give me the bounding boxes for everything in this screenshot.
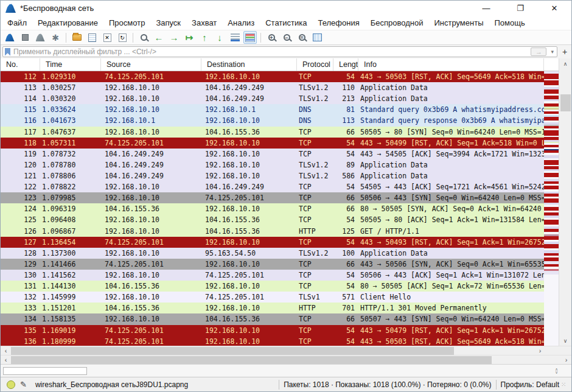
packet-row[interactable]: 1211.078806104.16.249.249192.168.10.10TL… bbox=[1, 170, 544, 181]
packet-row[interactable]: 1351.16901974.125.205.101192.168.10.10TC… bbox=[1, 325, 544, 336]
packet-row[interactable]: 1331.151201104.16.155.36192.168.10.10HTT… bbox=[1, 303, 544, 313]
display-filter-input[interactable] bbox=[13, 47, 528, 56]
horizontal-scroll-track[interactable] bbox=[11, 346, 535, 355]
packet-row[interactable]: 1131.030257192.168.10.10104.16.249.249TL… bbox=[1, 82, 544, 93]
start-capture-button[interactable] bbox=[3, 31, 16, 44]
restart-capture-button[interactable] bbox=[33, 31, 47, 44]
menu-item-10[interactable]: Помощь bbox=[489, 17, 531, 29]
packet-cell-no: 123 bbox=[1, 192, 40, 203]
packet-row[interactable]: 1251.096408192.168.10.10104.16.155.36TCP… bbox=[1, 214, 544, 225]
packet-cell-proto: TCP bbox=[297, 71, 333, 82]
packet-cell-no: 136 bbox=[1, 336, 40, 346]
capture-options-button[interactable]: ✱ bbox=[49, 31, 62, 44]
packet-row[interactable]: 1241.096319104.16.155.36192.168.10.10TCP… bbox=[1, 203, 544, 214]
filter-dropdown-caret-icon[interactable]: ▾ bbox=[549, 49, 555, 55]
scroll-left-icon[interactable]: ‹ bbox=[1, 355, 11, 364]
vertical-scroll-track[interactable] bbox=[559, 69, 571, 335]
maximize-button[interactable]: ❐ bbox=[503, 1, 537, 16]
scroll-right-icon[interactable]: › bbox=[535, 346, 545, 355]
menu-item-5[interactable]: Анализ bbox=[222, 17, 260, 29]
menu-item-1[interactable]: Редактирование bbox=[32, 17, 103, 29]
packet-row[interactable]: 1341.158135192.168.10.10104.16.155.36TCP… bbox=[1, 313, 544, 324]
resize-grip[interactable]: ⁙ bbox=[561, 381, 570, 388]
apply-filter-button[interactable]: → bbox=[531, 47, 546, 56]
go-to-packet-button[interactable]: ↦ bbox=[183, 31, 196, 44]
zoom-in-button[interactable]: + bbox=[265, 31, 278, 44]
annotation-pencil-icon[interactable]: ✎ bbox=[20, 380, 27, 389]
packet-row[interactable]: 1311.144130104.16.155.36192.168.10.10TCP… bbox=[1, 281, 544, 292]
packet-row[interactable]: 1121.02931074.125.205.101192.168.10.10TC… bbox=[1, 71, 544, 82]
first-packet-button[interactable]: ↑ bbox=[198, 31, 211, 44]
column-header-destination[interactable]: Destination bbox=[201, 58, 297, 71]
packet-row[interactable]: 1191.078732104.16.249.249192.168.10.10TC… bbox=[1, 149, 544, 159]
scroll-right-icon[interactable]: › bbox=[561, 355, 571, 364]
find-packet-button[interactable] bbox=[137, 31, 150, 44]
packet-row[interactable]: 1281.137300192.168.10.1095.163.54.50TLSv… bbox=[1, 248, 544, 259]
packet-row[interactable]: 1301.141562192.168.10.1074.125.205.101TC… bbox=[1, 270, 544, 281]
reload-file-button[interactable]: ↻ bbox=[116, 31, 129, 44]
scroll-up-icon[interactable]: ∧ bbox=[559, 58, 571, 69]
packet-row[interactable]: 1171.047637192.168.10.10104.16.155.36TCP… bbox=[1, 127, 544, 138]
stop-capture-button[interactable] bbox=[18, 31, 32, 44]
packet-row[interactable]: 1321.145999192.168.10.1074.125.205.101TL… bbox=[1, 292, 544, 303]
packet-row[interactable]: 1151.033624192.168.10.10192.168.10.1DNS8… bbox=[1, 104, 544, 115]
column-header-time[interactable]: Time bbox=[40, 58, 101, 71]
column-header-length[interactable]: Length bbox=[333, 58, 358, 71]
menu-item-6[interactable]: Статистика bbox=[260, 17, 312, 29]
close-button[interactable]: ✕ bbox=[537, 1, 571, 16]
vertical-scrollbar[interactable]: ∧ ∨ bbox=[559, 58, 571, 346]
menu-item-8[interactable]: Беспроводной bbox=[365, 17, 429, 29]
packet-row[interactable]: 1141.030320192.168.10.10104.16.249.249TL… bbox=[1, 93, 544, 104]
pane-spinner[interactable]: ∧∨ bbox=[555, 368, 558, 374]
menu-item-3[interactable]: Запуск bbox=[150, 17, 186, 29]
column-header-no[interactable]: No. bbox=[1, 58, 40, 71]
bookmark-icon[interactable] bbox=[5, 48, 10, 56]
horizontal-scroll-thumb[interactable] bbox=[11, 347, 454, 355]
packet-minimap[interactable] bbox=[544, 71, 559, 346]
menu-item-4[interactable]: Захват bbox=[186, 17, 222, 29]
packet-row[interactable]: 1201.078780104.16.249.249192.168.10.10TL… bbox=[1, 159, 544, 170]
profile-selector[interactable]: Профиль: Default bbox=[501, 380, 560, 389]
auto-scroll-button[interactable] bbox=[228, 31, 242, 44]
scroll-left-icon[interactable]: ‹ bbox=[1, 346, 11, 355]
intelligent-scrollbar[interactable] bbox=[544, 58, 559, 346]
packet-row[interactable]: 1271.13645474.125.205.101192.168.10.10TC… bbox=[1, 237, 544, 248]
next-packet-button[interactable]: → bbox=[167, 31, 181, 44]
last-packet-button[interactable]: ↓ bbox=[213, 31, 226, 44]
horizontal-scroll-thumb[interactable] bbox=[11, 356, 492, 364]
packet-row[interactable]: 1231.079985192.168.10.1074.125.205.101TC… bbox=[1, 192, 544, 203]
status-separator bbox=[279, 380, 279, 390]
packet-cell-proto: TLSv1 bbox=[297, 292, 333, 303]
packet-row[interactable]: 1291.14146674.125.205.101192.168.10.10TC… bbox=[1, 259, 544, 270]
packet-row[interactable]: 1221.078822192.168.10.10104.16.249.249TC… bbox=[1, 181, 544, 192]
zoom-reset-button[interactable]: = bbox=[295, 31, 309, 44]
horizontal-scrollbar-pane[interactable]: ‹ › bbox=[1, 355, 571, 364]
packet-row[interactable]: 1361.18099974.125.205.101192.168.10.10TC… bbox=[1, 336, 544, 346]
packet-cell-src: 192.168.10.10 bbox=[101, 270, 201, 281]
column-header-source[interactable]: Source bbox=[101, 58, 201, 71]
horizontal-scroll-track[interactable] bbox=[11, 355, 561, 364]
close-file-button[interactable]: ✕ bbox=[100, 31, 114, 44]
resize-columns-button[interactable] bbox=[310, 31, 324, 44]
menu-item-2[interactable]: Просмотр bbox=[103, 17, 150, 29]
save-file-button[interactable] bbox=[85, 31, 99, 44]
menu-item-7[interactable]: Телефония bbox=[312, 17, 364, 29]
column-header-protocol[interactable]: Protocol bbox=[297, 58, 333, 71]
packet-row[interactable]: 1181.05731174.125.205.101192.168.10.10TC… bbox=[1, 138, 544, 149]
previous-packet-button[interactable]: ← bbox=[152, 31, 166, 44]
horizontal-scrollbar-list[interactable]: ‹ › bbox=[1, 346, 571, 355]
packet-row[interactable]: 1161.041673192.168.10.1192.168.10.10DNS1… bbox=[1, 115, 544, 126]
scroll-down-icon[interactable]: ∨ bbox=[559, 335, 571, 346]
menu-item-9[interactable]: Инструменты bbox=[428, 17, 489, 29]
open-file-button[interactable] bbox=[70, 31, 83, 44]
menu-item-0[interactable]: Файл bbox=[2, 17, 32, 29]
expert-info-icon[interactable] bbox=[7, 380, 15, 389]
vertical-scroll-thumb[interactable] bbox=[560, 94, 571, 111]
add-filter-button[interactable]: + bbox=[560, 47, 570, 57]
colorize-button[interactable] bbox=[243, 31, 257, 44]
column-header-info[interactable]: Info bbox=[358, 58, 544, 71]
minimize-button[interactable]: — bbox=[469, 1, 503, 16]
display-filter-box[interactable]: → ▾ bbox=[2, 46, 557, 57]
packet-row[interactable]: 1261.096867192.168.10.10104.16.155.36HTT… bbox=[1, 226, 544, 237]
zoom-out-button[interactable]: − bbox=[280, 31, 293, 44]
